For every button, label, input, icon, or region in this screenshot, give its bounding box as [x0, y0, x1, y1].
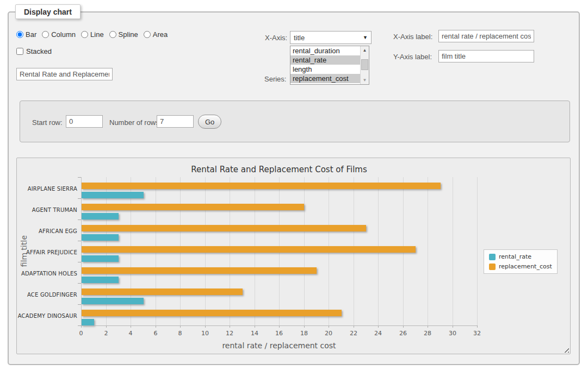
bar-rental_rate-agent-truman[interactable]: [82, 213, 119, 220]
x-axis-line: [81, 325, 477, 326]
bar-rental_rate-affair-prejudice[interactable]: [82, 255, 119, 262]
radio-bar[interactable]: [16, 31, 23, 38]
legend-item-rental_rate[interactable]: rental_rate: [489, 253, 552, 260]
x-tick-label: 26: [393, 330, 413, 337]
stacked-option[interactable]: Stacked: [16, 47, 52, 55]
x-tick-label: 16: [269, 330, 289, 337]
bar-replacement_cost-african-egg[interactable]: [82, 225, 366, 231]
start-row-label: Start row:: [32, 118, 63, 127]
y-axis-tick: [78, 283, 81, 284]
x-tick-label: 20: [319, 330, 338, 337]
legend-item-replacement_cost[interactable]: replacement_cost: [489, 263, 552, 270]
category-label: ADAPTATION HOLES: [17, 271, 77, 277]
number-of-rows-label: Number of rows:: [109, 118, 161, 127]
y-axis-tick: [78, 304, 81, 305]
scrollbar-thumb[interactable]: [361, 59, 368, 70]
category-label: ACADEMY DINOSAUR: [17, 313, 77, 319]
x-axis-select[interactable]: title ▼: [290, 31, 372, 44]
series-option-length[interactable]: length: [290, 65, 360, 74]
category-label: AFRICAN EGG: [17, 228, 77, 234]
chevron-down-icon: ▼: [363, 35, 368, 40]
chart-title: Rental Rate and Replacement Cost of Film…: [81, 165, 477, 174]
x-tick-label: 6: [146, 330, 165, 337]
chart-builder-app: Display chart BarColumnLineSplineArea St…: [0, 0, 588, 370]
x-axis-field-label: X-Axis:: [265, 34, 287, 42]
fieldset-legend: Display chart: [15, 4, 81, 19]
chart-legend: rental_ratereplacement_cost: [484, 249, 558, 274]
scroll-down-icon[interactable]: ▼: [361, 76, 369, 84]
x-axis-selected-value: title: [294, 34, 305, 42]
number-of-rows-input[interactable]: [157, 115, 194, 128]
bar-replacement_cost-academy-dinosaur[interactable]: [82, 310, 342, 316]
row-controls-panel: Start row: Number of rows: Go: [20, 101, 570, 142]
legend-swatch-icon: [489, 254, 496, 260]
series-field-label: Series:: [264, 75, 286, 83]
x-axis-tick: [477, 325, 478, 328]
series-option-replacement_cost[interactable]: replacement_cost: [290, 74, 360, 83]
bar-replacement_cost-agent-truman[interactable]: [82, 204, 304, 210]
x-tick-label: 2: [96, 330, 116, 337]
y-axis-tick: [78, 177, 81, 178]
x-axis-label-input[interactable]: [438, 30, 534, 42]
x-tick-label: 24: [368, 330, 388, 337]
bar-replacement_cost-adaptation-holes[interactable]: [82, 267, 317, 274]
bar-replacement_cost-airplane-sierra[interactable]: [82, 183, 441, 189]
stacked-label: Stacked: [26, 47, 52, 55]
radio-label-column: Column: [51, 30, 76, 39]
x-tick-label: 8: [170, 330, 190, 337]
legend-swatch-icon: [489, 264, 496, 270]
radio-label-spline: Spline: [119, 30, 138, 39]
category-label: AIRPLANE SIERRA: [17, 186, 77, 192]
x-tick-label: 0: [71, 330, 91, 337]
x-tick-label: 12: [220, 330, 239, 337]
x-axis-label-caption: X-Axis label:: [393, 33, 432, 41]
x-tick-label: 10: [195, 330, 215, 337]
x-tick-label: 18: [294, 330, 314, 337]
bar-rental_rate-african-egg[interactable]: [82, 234, 119, 241]
y-axis-label-input[interactable]: [438, 50, 534, 62]
bar-rental_rate-ace-goldfinger[interactable]: [82, 298, 144, 304]
series-listbox-options: rental_durationrental_ratelengthreplacem…: [290, 46, 360, 84]
legend-label: replacement_cost: [499, 263, 552, 270]
chart-type-option-column[interactable]: Column: [42, 30, 76, 39]
bar-rental_rate-adaptation-holes[interactable]: [82, 277, 119, 283]
gridline: [477, 177, 478, 325]
stacked-checkbox[interactable]: [16, 48, 23, 55]
x-tick-label: 32: [467, 330, 487, 337]
chart-type-option-spline[interactable]: Spline: [109, 30, 138, 39]
fieldset-legend-text: Display chart: [24, 8, 72, 16]
resize-handle-icon[interactable]: [562, 346, 569, 353]
gridline: [453, 177, 453, 325]
bar-rental_rate-airplane-sierra[interactable]: [82, 192, 144, 198]
category-label: ACE GOLDFINGER: [17, 292, 77, 298]
category-label: AGENT TRUMAN: [17, 207, 77, 213]
y-axis-tick: [78, 241, 81, 241]
bar-rental_rate-academy-dinosaur[interactable]: [82, 319, 94, 325]
bar-replacement_cost-ace-goldfinger[interactable]: [82, 289, 243, 295]
series-option-rental_rate[interactable]: rental_rate: [290, 55, 360, 65]
scroll-up-icon[interactable]: ▲: [361, 46, 369, 54]
y-axis-tick: [78, 220, 81, 220]
radio-area[interactable]: [144, 31, 151, 38]
go-button[interactable]: Go: [198, 115, 221, 129]
chart-type-option-area[interactable]: Area: [144, 30, 168, 39]
series-scrollbar[interactable]: ▲ ▼: [360, 46, 369, 84]
chart-title-input[interactable]: [16, 68, 113, 80]
series-option-rental_duration[interactable]: rental_duration: [290, 46, 360, 55]
chart-panel: Rental Rate and Replacement Cost of Film…: [16, 158, 571, 354]
category-label: AFFAIR PREJUDICE: [17, 249, 77, 255]
bar-replacement_cost-affair-prejudice[interactable]: [82, 246, 416, 253]
y-axis-line: [81, 177, 82, 325]
chart-type-option-bar[interactable]: Bar: [16, 30, 36, 39]
radio-line[interactable]: [81, 31, 88, 38]
radio-spline[interactable]: [109, 31, 116, 38]
start-row-input[interactable]: [66, 115, 103, 128]
radio-label-bar: Bar: [26, 30, 36, 39]
radio-column[interactable]: [42, 31, 49, 38]
chart-type-group: BarColumnLineSplineArea: [16, 30, 168, 39]
series-listbox[interactable]: rental_durationrental_ratelengthreplacem…: [290, 46, 369, 85]
chart-plot-area: [81, 177, 477, 325]
chart-type-option-line[interactable]: Line: [81, 30, 104, 39]
radio-label-line: Line: [90, 30, 104, 39]
x-tick-label: 30: [443, 330, 462, 337]
